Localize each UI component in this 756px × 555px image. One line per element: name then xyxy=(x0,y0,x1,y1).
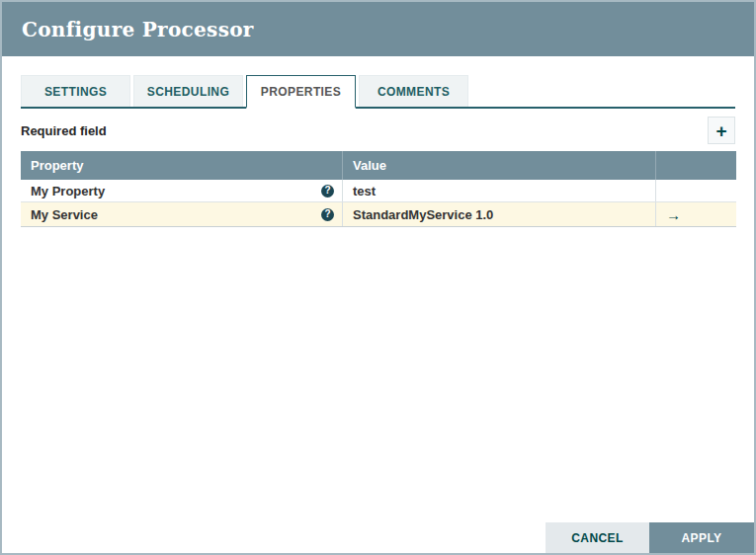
tab-properties-label: PROPERTIES xyxy=(261,85,341,99)
property-name: My Service xyxy=(31,207,98,222)
tab-settings-label: SETTINGS xyxy=(44,85,107,99)
column-header-action xyxy=(655,151,736,180)
tab-scheduling[interactable]: SCHEDULING xyxy=(133,75,243,107)
value-cell[interactable]: StandardMyService 1.0 xyxy=(342,202,655,226)
value-cell[interactable]: test xyxy=(342,180,655,201)
property-cell: My Property ? xyxy=(21,180,342,201)
configure-processor-dialog: Configure Processor SETTINGS SCHEDULING … xyxy=(0,0,756,555)
tab-scheduling-label: SCHEDULING xyxy=(147,85,229,99)
required-field-label: Required field xyxy=(21,123,107,138)
dialog-title: Configure Processor xyxy=(22,18,254,41)
property-value: StandardMyService 1.0 xyxy=(353,207,493,222)
plus-icon: + xyxy=(715,121,726,140)
tab-comments-label: COMMENTS xyxy=(378,85,450,99)
property-cell: My Service ? xyxy=(21,202,342,226)
help-icon[interactable]: ? xyxy=(321,185,334,198)
properties-table: Property Value My Property ? test My Ser… xyxy=(21,151,736,227)
property-value: test xyxy=(353,184,376,198)
dialog-header: Configure Processor xyxy=(2,2,754,56)
tab-properties[interactable]: PROPERTIES xyxy=(246,75,356,109)
action-cell xyxy=(655,180,736,201)
dialog-footer: CANCEL APPLY xyxy=(546,522,754,553)
apply-button[interactable]: APPLY xyxy=(649,522,754,553)
table-row[interactable]: My Property ? test xyxy=(21,180,736,202)
cancel-button[interactable]: CANCEL xyxy=(546,522,649,553)
action-cell: → xyxy=(655,202,736,226)
add-property-button[interactable]: + xyxy=(708,117,735,144)
tab-settings[interactable]: SETTINGS xyxy=(21,75,130,107)
properties-toolbar: Required field + xyxy=(21,117,735,144)
tab-comments[interactable]: COMMENTS xyxy=(359,75,468,107)
dialog-content: SETTINGS SCHEDULING PROPERTIES COMMENTS … xyxy=(2,56,754,227)
goto-arrow-icon[interactable]: → xyxy=(666,206,681,223)
tab-bar: SETTINGS SCHEDULING PROPERTIES COMMENTS xyxy=(21,75,735,109)
column-header-property: Property xyxy=(21,158,342,173)
property-name: My Property xyxy=(31,184,105,198)
column-header-value: Value xyxy=(342,151,655,180)
table-row[interactable]: My Service ? StandardMyService 1.0 → xyxy=(21,202,736,227)
table-header: Property Value xyxy=(21,151,736,180)
help-icon[interactable]: ? xyxy=(321,208,334,221)
table-body: My Property ? test My Service ? Standard… xyxy=(21,180,736,227)
